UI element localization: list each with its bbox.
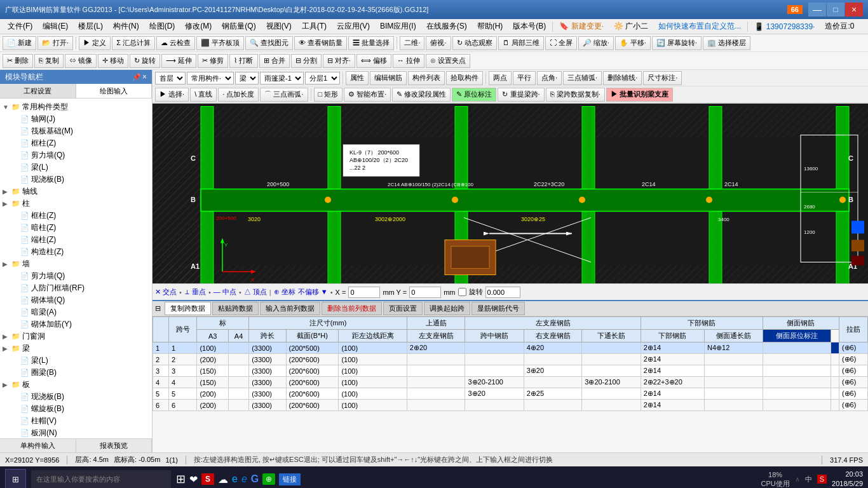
rotate-edit-button[interactable]: ↻ 旋转 xyxy=(130,54,160,68)
split-button[interactable]: ⊟ 分割 xyxy=(291,54,322,68)
data-table-container[interactable]: 跨号 标 注尺寸(mm) 上通筋 左支座钢筋 下部钢筋 侧面钢筋 拉筋 A3 A… xyxy=(153,316,868,452)
tree-item-26[interactable]: 📄 柱帽(V) xyxy=(3,415,149,427)
task-icon-ie[interactable]: e xyxy=(232,473,238,485)
rotate-checkbox[interactable] xyxy=(458,288,466,296)
tree-item-25[interactable]: 📄 螺旋板(B) xyxy=(3,403,149,415)
input-method-zh[interactable]: 中 xyxy=(805,475,812,484)
tab-show-rebar-code[interactable]: 显筋钢筋代号 xyxy=(471,302,525,315)
point-angle-button[interactable]: 点角· xyxy=(537,71,562,85)
tree-item-16[interactable]: 📄 砌体墙(Q) xyxy=(3,294,149,306)
cloud-check-button[interactable]: ☁ 云检查 xyxy=(156,36,195,50)
dynamic-view-button[interactable]: ↻ 动态观察 xyxy=(452,36,497,50)
properties-button[interactable]: 属性 xyxy=(346,71,369,85)
parallel-button[interactable]: 平行 xyxy=(513,71,536,85)
start-button[interactable]: ⊞ xyxy=(5,469,26,488)
menu-hint[interactable]: 如何快速布置自定义范... xyxy=(653,19,746,34)
level-slab-button[interactable]: ⬛ 平齐板顶 xyxy=(196,36,244,50)
two-point-button[interactable]: 两点 xyxy=(489,71,512,85)
tree-item-5[interactable]: 📄 梁(L) xyxy=(3,161,149,173)
modify-beam-seg-button[interactable]: ✎ 修改梁段属性 xyxy=(392,88,451,102)
tree-item-11[interactable]: 📄 端柱(Z) xyxy=(3,234,149,246)
tab-del-col[interactable]: 删除当前列数据 xyxy=(322,302,382,315)
offset-button[interactable]: ⟺ 偏移 xyxy=(356,54,391,68)
input-method-s[interactable]: S xyxy=(817,475,827,484)
tree-item-1[interactable]: 📄 轴网(J) xyxy=(3,113,149,125)
tree-item-20[interactable]: ▶ 📁 梁 xyxy=(3,342,149,355)
menu-modify[interactable]: 修改(M) xyxy=(180,19,217,34)
minimize-button[interactable]: — xyxy=(808,3,826,17)
define-button[interactable]: ▶ 定义 xyxy=(79,36,111,50)
new-button[interactable]: 📄 新建 xyxy=(3,36,36,50)
x-input[interactable] xyxy=(348,287,380,298)
tab-paste-span[interactable]: 粘贴跨数据 xyxy=(212,302,259,315)
tree-item-8[interactable]: ▶ 📁 柱 xyxy=(3,198,149,210)
menu-tools[interactable]: 工具(T) xyxy=(297,19,332,34)
pan-button[interactable]: ✋ 平移· xyxy=(615,36,651,50)
mirror-button[interactable]: ⇔ 镜像 xyxy=(65,54,97,68)
menu-draw[interactable]: 绘图(D) xyxy=(144,19,180,34)
zoom-button[interactable]: 🔎 缩放· xyxy=(578,36,614,50)
cad-drawing-area[interactable]: KL-9（7） 200*600 AB⊕100/20（2）2C20 ...22 2… xyxy=(153,104,868,300)
task-icon-s[interactable]: S xyxy=(201,473,214,485)
view-rebar-button[interactable]: 👁 查看钢筋量 xyxy=(294,36,347,50)
tab-project-settings[interactable]: 工程设置 xyxy=(0,84,76,98)
table-row[interactable]: 1 1 (100) (3300) (200*500) (100) 2⊕20 4⊕… xyxy=(153,342,868,354)
tab-page-settings[interactable]: 页面设置 xyxy=(383,302,423,315)
tree-item-2[interactable]: 📄 筏板基础(M) xyxy=(3,125,149,137)
floor-select[interactable]: 首层 xyxy=(155,72,186,85)
snap-no-offset[interactable]: 不偏移 ▼ xyxy=(298,287,328,297)
calc-button[interactable]: Σ 汇总计算 xyxy=(112,36,155,50)
repick-span-button[interactable]: ↻ 重提梁跨· xyxy=(498,88,544,102)
table-row[interactable]: 2 2 (200) (3300) (200*600) (100) 2⊕14 (⊕… xyxy=(153,354,868,365)
menu-guangxiao[interactable]: 🔆 广小二 xyxy=(609,19,653,34)
menu-rebar[interactable]: 钢筋量(Q) xyxy=(217,19,261,34)
y-input[interactable] xyxy=(409,287,441,298)
rotate-input[interactable] xyxy=(485,287,520,298)
tree-item-21[interactable]: 📄 梁(L) xyxy=(3,355,149,367)
copy-button[interactable]: ⎘ 复制 xyxy=(34,54,64,68)
smart-layout-button[interactable]: ⚙ 智能布置· xyxy=(344,88,391,102)
copy-span-data-button[interactable]: ⎘ 梁跨数据复制· xyxy=(546,88,605,102)
task-icon-heart[interactable]: ❤ xyxy=(189,473,198,485)
single-component-button[interactable]: 单构件输入 xyxy=(0,439,76,452)
tree-item-23[interactable]: ▶ 📁 板 xyxy=(3,379,149,391)
point-extend-button[interactable]: · 点加长度 xyxy=(218,88,259,102)
menu-version[interactable]: 版本号(B) xyxy=(508,19,551,34)
report-preview-button[interactable]: 报表预览 xyxy=(76,439,153,452)
tree-item-4[interactable]: 📄 剪力墙(Q) xyxy=(3,149,149,161)
menu-bim[interactable]: BIM应用(I) xyxy=(375,19,421,34)
fullscreen-button[interactable]: ⛶ 全屏 xyxy=(545,36,577,50)
menu-edit[interactable]: 编辑(E) xyxy=(37,19,73,34)
menu-phone[interactable]: 📱 13907298339· xyxy=(749,19,820,34)
batch-id-seat-button[interactable]: ▶ 批量识别梁支座 xyxy=(606,88,673,102)
grip-button[interactable]: ⊙ 设置夹点 xyxy=(426,54,470,68)
tree-item-7[interactable]: ▶ 📁 轴线 xyxy=(3,186,149,198)
beam-select[interactable]: 梁 xyxy=(235,72,259,85)
tree-item-27[interactable]: 📄 板洞(N) xyxy=(3,427,149,438)
tree-item-10[interactable]: 📄 暗柱(Z) xyxy=(3,222,149,234)
menu-new-change[interactable]: 🔖 新建变更· xyxy=(554,19,609,34)
line-button[interactable]: \ 直线 xyxy=(190,88,217,102)
tree-item-6[interactable]: 📄 现浇板(B) xyxy=(3,173,149,186)
task-icon-plus[interactable]: ⊕ xyxy=(262,473,275,485)
top-view-button[interactable]: 俯视· xyxy=(426,36,451,50)
orig-label-button[interactable]: ✎ 原位标注 xyxy=(452,88,496,102)
task-icon-windows[interactable]: ⊞ xyxy=(176,472,186,486)
snap-endpoint[interactable]: △ 顶点 xyxy=(244,287,267,297)
tree-item-3[interactable]: 📄 框柱(Z) xyxy=(3,137,149,149)
close-button[interactable]: × xyxy=(845,3,863,17)
find-elem-button[interactable]: 🔍 查找图元 xyxy=(245,36,293,50)
local-3d-button[interactable]: 🗒 局部三维 xyxy=(498,36,544,50)
rect-button[interactable]: □ 矩形 xyxy=(314,88,343,102)
menu-online[interactable]: 在线服务(S) xyxy=(421,19,472,34)
task-icon-g[interactable]: G xyxy=(251,473,259,485)
layer-select[interactable]: 分层1 xyxy=(305,72,340,85)
select-floor-button[interactable]: 🏢 选择楼层 xyxy=(703,36,750,50)
batch-select-button[interactable]: ☰ 批量选择 xyxy=(348,36,394,50)
tree-item-12[interactable]: 📄 构造柱(Z) xyxy=(3,246,149,258)
tree-item-15[interactable]: 📄 人防门框墙(RF) xyxy=(3,282,149,294)
menu-file[interactable]: 文件(F) xyxy=(3,19,37,34)
pin-button[interactable]: 📌 xyxy=(132,72,141,81)
rotate-button[interactable]: 🔄 屏幕旋转· xyxy=(652,36,702,50)
tree-item-18[interactable]: 📄 砌体加筋(Y) xyxy=(3,318,149,330)
